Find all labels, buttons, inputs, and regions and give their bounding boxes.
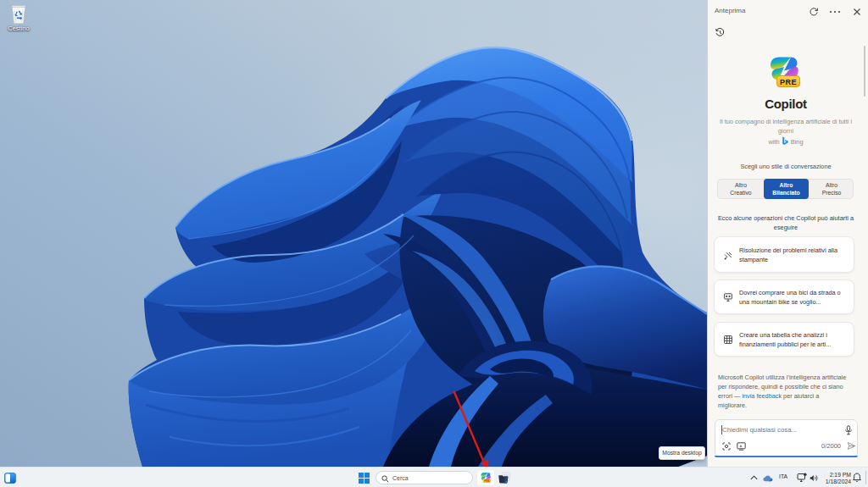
- svg-text:PRE: PRE: [780, 78, 797, 86]
- svg-text:PRE: PRE: [484, 479, 489, 483]
